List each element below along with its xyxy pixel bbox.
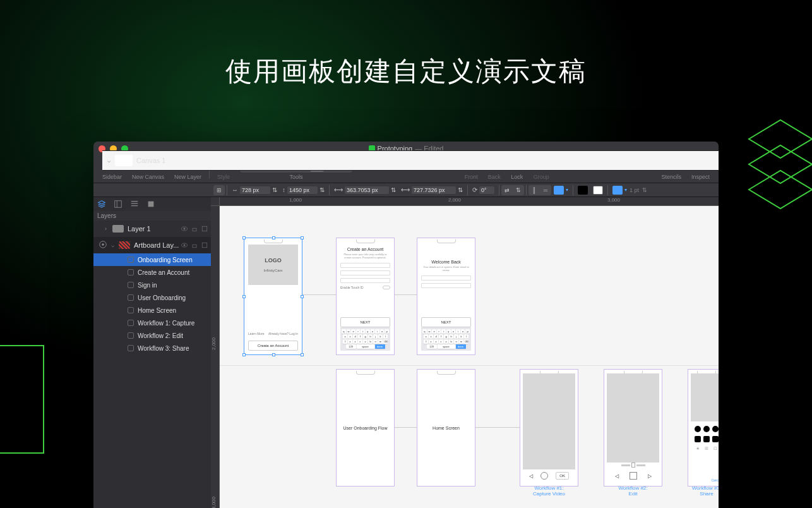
style-label: Style bbox=[217, 174, 230, 180]
artboard-signin[interactable]: Welcome Back Your details are in system.… bbox=[417, 238, 475, 355]
sublayer-item[interactable]: Onboarding Screen bbox=[93, 253, 211, 266]
checkbox-icon[interactable] bbox=[128, 282, 134, 288]
bg-color-swatch[interactable] bbox=[593, 186, 603, 195]
new-canvas-label: New Canvas bbox=[132, 174, 164, 180]
svg-point-29 bbox=[102, 243, 104, 246]
accent-swatch[interactable] bbox=[612, 186, 623, 195]
tools-label: Tools bbox=[290, 174, 303, 180]
layers-tab[interactable] bbox=[96, 198, 107, 210]
fill-color-swatch[interactable] bbox=[578, 186, 588, 195]
visibility-icon[interactable] bbox=[181, 225, 188, 233]
flip-h-button[interactable]: ⇄ bbox=[501, 185, 513, 195]
sidebar-header: Layers bbox=[93, 211, 211, 221]
stroke-color-swatch[interactable] bbox=[554, 186, 564, 195]
svg-rect-21 bbox=[115, 201, 122, 208]
lock-icon[interactable] bbox=[191, 225, 198, 233]
more-icon[interactable] bbox=[201, 241, 208, 249]
x-stepper[interactable]: ⇅ bbox=[272, 186, 277, 193]
visibility-icon[interactable] bbox=[181, 241, 188, 249]
decorative-diamonds bbox=[743, 117, 812, 221]
lock-icon[interactable] bbox=[191, 241, 198, 249]
disclosure-icon[interactable]: ⌵ bbox=[111, 242, 119, 248]
sublayer-item[interactable]: Workflow 1: Capture bbox=[93, 317, 211, 329]
selection-tab[interactable] bbox=[145, 198, 157, 210]
stroke-value: 1 pt bbox=[630, 187, 639, 193]
w-icon: ⟷ bbox=[334, 186, 343, 193]
y-icon: ↕ bbox=[282, 186, 285, 193]
height-input[interactable] bbox=[412, 186, 456, 194]
rotation-input[interactable] bbox=[479, 186, 494, 194]
sublayer-item[interactable]: Workflow 2: Edit bbox=[93, 329, 211, 342]
h-icon: ⟷ bbox=[401, 186, 410, 193]
checkbox-icon[interactable] bbox=[128, 332, 134, 339]
lock-label: Lock bbox=[511, 174, 523, 180]
checkbox-icon[interactable] bbox=[128, 320, 134, 326]
decorative-box bbox=[0, 345, 44, 454]
layer-name: Layer 1 bbox=[128, 225, 181, 233]
artboard-layer-name: Artboard Lay... bbox=[134, 241, 181, 249]
dist-v-button[interactable]: ═ bbox=[540, 185, 551, 195]
checkbox-icon[interactable] bbox=[128, 269, 134, 275]
stencils-label: Stencils bbox=[661, 174, 681, 180]
checkbox-icon[interactable] bbox=[128, 307, 134, 313]
y-stepper[interactable]: ⇅ bbox=[319, 186, 325, 193]
artboard-wf2[interactable]: ◁ ▷ Workflow #2: Edit bbox=[604, 369, 662, 487]
align-left-button[interactable]: ⊞ bbox=[213, 185, 225, 195]
rotation-icon: ⟳ bbox=[472, 186, 477, 193]
svg-rect-23 bbox=[148, 202, 154, 207]
svg-rect-26 bbox=[193, 228, 196, 231]
checkbox-icon[interactable] bbox=[128, 294, 134, 301]
artboard-create-account[interactable]: Create an Account Please enter your info… bbox=[336, 238, 395, 355]
sidebar-tabs bbox=[93, 197, 211, 211]
sublayer-item[interactable]: Sign in bbox=[93, 279, 211, 291]
ruler-corner bbox=[211, 197, 220, 206]
svg-rect-32 bbox=[193, 245, 196, 248]
svg-point-25 bbox=[184, 228, 186, 230]
disclosure-icon[interactable]: › bbox=[105, 226, 112, 232]
artboard-home[interactable]: Home Screen bbox=[417, 369, 475, 487]
layer-item[interactable]: › Layer 1 bbox=[93, 221, 211, 237]
y-input[interactable] bbox=[287, 186, 318, 194]
checkbox-icon[interactable] bbox=[128, 257, 134, 263]
svg-rect-27 bbox=[202, 226, 207, 231]
sublayer-item[interactable]: Workflow 3: Share bbox=[93, 342, 211, 354]
more-icon[interactable] bbox=[201, 225, 208, 233]
checkbox-icon[interactable] bbox=[128, 345, 134, 351]
inspect-label: Inspect bbox=[691, 174, 710, 180]
outline-tab[interactable] bbox=[129, 198, 140, 210]
layer-list: ⌵ Canvas 1 › Layer 1 ⌵ bbox=[93, 221, 211, 508]
artboard-thumb-icon bbox=[119, 241, 130, 249]
artboard-onboarding[interactable]: LOGOInfinityCam Learn MoreAlready have? … bbox=[244, 238, 302, 355]
dist-h-button[interactable]: ║ bbox=[528, 185, 540, 195]
guides-tab[interactable] bbox=[112, 198, 124, 210]
sidebar-label: Sidebar bbox=[102, 174, 122, 180]
horizontal-ruler[interactable]: 1,000 2,000 3,000 bbox=[220, 197, 719, 206]
vertical-ruler[interactable]: 2,000 3,000 bbox=[211, 206, 220, 508]
stroke-stepper[interactable]: ⇅ bbox=[639, 187, 650, 193]
artboard-wf1[interactable]: ◁ OK Workflow #1: Capture Video bbox=[520, 369, 578, 487]
sidebar: Layers ⌵ Canvas 1 › Layer 1 bbox=[93, 197, 211, 508]
canvas-area[interactable]: 1,000 2,000 3,000 2,000 3,000 bbox=[211, 197, 719, 508]
hero-title: 使用画板创建自定义演示文稿 bbox=[0, 0, 812, 89]
w-stepper[interactable]: ⇅ bbox=[391, 186, 396, 193]
svg-point-31 bbox=[184, 245, 186, 246]
canvas[interactable]: LOGOInfinityCam Learn MoreAlready have? … bbox=[220, 206, 719, 508]
artboard-label: Workflow #3: Share bbox=[688, 486, 719, 497]
sublayer-item[interactable]: Home Screen bbox=[93, 304, 211, 317]
artboard-wf3[interactable]: ★⊞⊡ Cancel Workflow #3: Share bbox=[688, 369, 719, 487]
artboard-user-onboarding[interactable]: User Onboarding Flow bbox=[336, 369, 395, 487]
artboard-label: Workflow #2: Edit bbox=[604, 486, 662, 497]
x-input[interactable] bbox=[240, 186, 270, 194]
cta-button: Create an Account bbox=[248, 341, 298, 351]
back-label: Back bbox=[488, 174, 501, 180]
flip-v-button[interactable]: ⇅ bbox=[513, 185, 524, 195]
layer-thumb-icon bbox=[112, 225, 124, 233]
x-icon: ↔ bbox=[232, 186, 238, 193]
artboard-layer-item[interactable]: ⌵ Artboard Lay... bbox=[93, 237, 211, 253]
scope-icon[interactable] bbox=[99, 240, 109, 250]
sublayer-item[interactable]: Create an Account bbox=[93, 266, 211, 279]
h-stepper[interactable]: ⇅ bbox=[458, 186, 463, 193]
format-bar: ⊞ ↔⇅ ↕⇅ ⟷⇅ ⟷⇅ ⟳ ⇄⇅ ║═ ▾ ▾ 1 pt ⇅ bbox=[93, 183, 719, 197]
sublayer-item[interactable]: User Onboarding bbox=[93, 291, 211, 304]
width-input[interactable] bbox=[345, 186, 389, 194]
